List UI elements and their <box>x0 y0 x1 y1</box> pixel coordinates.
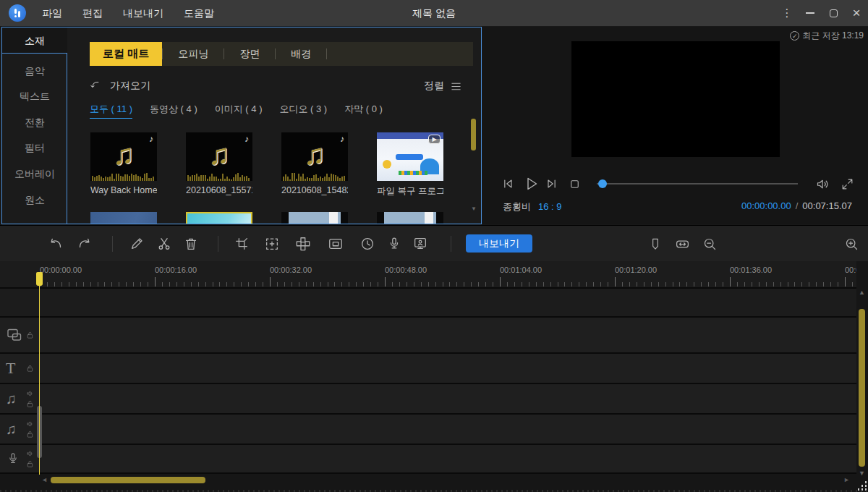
undo-icon <box>48 236 64 252</box>
playhead-line[interactable] <box>39 272 40 475</box>
redo-button[interactable] <box>73 231 95 257</box>
media-item-row2-4[interactable] <box>377 212 443 224</box>
voiceover-track-header <box>0 445 40 472</box>
media-item-row2-2-selected[interactable] <box>186 212 252 224</box>
timeline-ruler[interactable]: 00:00:00.00 00:00:16.00 00:00:32.00 00:0… <box>0 261 856 287</box>
media-item-audio-1[interactable]: ♫ ♪ Way Back Home - S... <box>90 132 157 195</box>
sidebar-item-transition[interactable]: 전환 <box>2 109 67 135</box>
media-item-video-1[interactable]: ▶ 파일 복구 프로그램... <box>377 132 443 198</box>
aspect-value: 16 : 9 <box>538 201 562 212</box>
media-scrollbar[interactable]: ▲ ▼ <box>469 27 478 224</box>
more-menu-icon[interactable]: ⋮ <box>775 0 799 26</box>
timeline-scroll-left-icon[interactable]: ◄ <box>41 476 48 483</box>
timeline-spacer-row <box>0 287 856 316</box>
microphone-icon <box>386 236 402 252</box>
seek-slider[interactable] <box>597 183 798 184</box>
media-item-row2-1[interactable] <box>90 212 157 224</box>
media-scrollbar-thumb[interactable] <box>471 119 476 150</box>
ruler-label: 00:01:36.00 <box>730 266 772 274</box>
text-track-icon: T <box>6 359 15 378</box>
play-button[interactable] <box>520 174 542 194</box>
media-item-row2-3[interactable] <box>281 212 348 224</box>
voiceover-track[interactable] <box>0 444 856 474</box>
media-item-audio-3[interactable]: ♫ ♪ 20210608_154820_2... <box>281 132 348 195</box>
video-track[interactable] <box>0 316 856 352</box>
zoom-in-button[interactable] <box>841 231 862 257</box>
playhead-handle[interactable] <box>36 272 43 286</box>
lock-open-icon[interactable] <box>26 365 34 373</box>
fit-timeline-button[interactable] <box>671 231 693 257</box>
mosaic-button[interactable] <box>292 231 314 257</box>
seek-slider-handle[interactable] <box>598 179 607 188</box>
next-frame-icon <box>545 177 559 191</box>
timeline-scroll-right-icon[interactable]: ► <box>843 476 850 483</box>
media-grid: ♫ ♪ Way Back Home - S... ♫ ♪ 20210608_15… <box>68 27 481 224</box>
thumbnail-waveform <box>90 171 157 181</box>
sidebar-item-music[interactable]: 음악 <box>2 58 67 84</box>
scissors-icon <box>156 236 172 252</box>
split-button[interactable] <box>153 231 175 257</box>
music-track-2-header: ♫ <box>0 415 40 444</box>
prev-frame-icon <box>501 177 515 191</box>
marker-button[interactable] <box>644 231 666 257</box>
freeze-frame-button[interactable] <box>261 231 283 257</box>
scroll-down-icon[interactable]: ▼ <box>470 205 477 212</box>
lock-open-icon[interactable] <box>26 400 34 408</box>
media-item-audio-2[interactable]: ♫ ♪ 20210608_155719.m... <box>186 132 252 195</box>
menu-edit[interactable]: 편집 <box>72 0 113 26</box>
timeline-vertical-scrollbar-thumb[interactable] <box>859 309 865 467</box>
delete-button[interactable] <box>180 231 202 257</box>
duration-button[interactable] <box>357 231 378 257</box>
lock-open-icon[interactable] <box>26 460 34 468</box>
music-note-icon: ♫ <box>208 138 230 171</box>
lock-open-icon[interactable] <box>26 331 34 339</box>
aspect-ratio[interactable]: 종횡비16 : 9 <box>503 200 562 213</box>
sidebar-item-element[interactable]: 원소 <box>2 187 67 213</box>
minimize-button[interactable] <box>799 0 822 26</box>
redo-icon <box>76 236 92 252</box>
music-track-1[interactable]: ♫ Way Back Home - SHAUN.mp3 <box>0 383 856 413</box>
lock-open-icon[interactable] <box>26 430 34 438</box>
timeline-scroll-down-icon[interactable]: ▼ <box>857 470 867 477</box>
fullscreen-button[interactable] <box>836 174 858 194</box>
volume-icon <box>815 177 830 192</box>
export-button[interactable]: 내보내기 <box>466 234 532 253</box>
ruler-label: 00:01:04.00 <box>500 266 542 274</box>
video-preview <box>571 41 780 157</box>
text-track[interactable]: T <box>0 352 856 383</box>
music-track-2[interactable]: ♫ <box>0 413 856 444</box>
mute-track-icon[interactable] <box>26 389 35 398</box>
total-time: 00:07:15.07 <box>802 200 852 211</box>
record-screen-button[interactable] <box>409 231 431 257</box>
menu-file[interactable]: 파일 <box>32 0 72 26</box>
sidebar-item-overlay[interactable]: 오버레이 <box>2 161 67 187</box>
prev-frame-button[interactable] <box>497 174 519 194</box>
sidebar-item-filter[interactable]: 필터 <box>2 135 67 161</box>
ruler-label: 00:00:16.00 <box>155 266 197 274</box>
menu-help[interactable]: 도움말 <box>174 0 224 26</box>
pip-button[interactable] <box>325 231 346 257</box>
close-button[interactable]: × <box>845 0 868 26</box>
menu-export[interactable]: 내보내기 <box>113 0 174 26</box>
next-frame-button[interactable] <box>541 174 563 194</box>
media-item-name: Way Back Home - S... <box>90 185 157 195</box>
ruler-label: 00:01:52.00 <box>845 266 856 274</box>
mute-track-icon[interactable] <box>26 449 35 458</box>
voiceover-button[interactable] <box>383 231 405 257</box>
zoom-in-icon <box>844 237 859 252</box>
volume-button[interactable] <box>812 174 833 194</box>
zoom-out-button[interactable] <box>699 231 720 257</box>
timeline-scroll-up-icon[interactable]: ▲ <box>857 289 867 296</box>
crop-button[interactable] <box>231 231 252 257</box>
sidebar-item-media[interactable]: 소재 <box>2 27 67 54</box>
timeline-horizontal-scrollbar-thumb[interactable] <box>51 477 205 483</box>
sidebar-item-text[interactable]: 텍스트 <box>2 83 67 109</box>
audio-badge-icon: ♪ <box>149 134 153 144</box>
toolbar-divider <box>218 236 218 252</box>
mute-track-icon[interactable] <box>26 420 35 428</box>
undo-button[interactable] <box>46 231 67 257</box>
stop-button[interactable] <box>563 174 585 194</box>
edit-button[interactable] <box>126 231 148 257</box>
video-track-icon <box>6 326 23 344</box>
maximize-button[interactable] <box>822 0 845 26</box>
